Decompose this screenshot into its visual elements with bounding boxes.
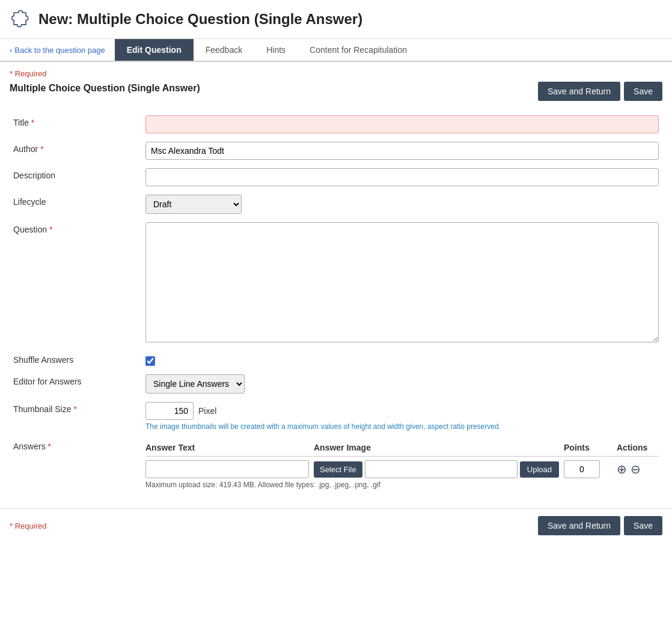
lifecycle-label: Lifecycle	[10, 192, 142, 216]
chevron-left-icon: ‹	[10, 46, 12, 55]
add-answer-button[interactable]: ⊕	[617, 463, 627, 475]
page-title: New: Multiple Choice Question (Single An…	[38, 11, 362, 28]
footer-required-note: * Required	[10, 521, 46, 530]
answer-image-group: Select File Upload	[314, 460, 559, 478]
footer-bar: * Required Save and Return Save	[0, 508, 672, 542]
question-row: Question *	[10, 220, 662, 347]
answer-points-input[interactable]	[564, 460, 600, 478]
col-points: Points	[564, 443, 612, 452]
description-row: Description	[10, 166, 662, 189]
form-table: Title * Author * Description	[10, 109, 662, 495]
description-input[interactable]	[145, 168, 659, 186]
save-and-return-button-top[interactable]: Save and Return	[538, 82, 620, 101]
tab-feedback[interactable]: Feedback	[194, 39, 254, 61]
tab-content-recapitulation[interactable]: Content for Recapitulation	[298, 39, 419, 61]
answers-section: Answer Text Answer Image Points Actions …	[145, 439, 659, 489]
save-button-top[interactable]: Save	[624, 82, 662, 101]
author-label: Author *	[10, 139, 142, 162]
upload-button[interactable]: Upload	[520, 461, 559, 478]
col-answer-text: Answer Text	[145, 443, 309, 452]
answers-row: Answers * Answer Text Answer Image Point…	[10, 437, 662, 491]
shuffle-answers-row: Shuffle Answers	[10, 350, 662, 368]
footer-btn-group: Save and Return Save	[538, 516, 662, 535]
shuffle-answers-checkbox[interactable]	[145, 356, 155, 366]
header-btn-group: Save and Return Save	[538, 82, 662, 101]
question-label: Question *	[10, 220, 142, 347]
shuffle-answers-label: Shuffle Answers	[10, 350, 142, 368]
form-content: * Required Multiple Choice Question (Sin…	[0, 62, 672, 502]
save-button-bottom[interactable]: Save	[624, 516, 662, 535]
title-input[interactable]	[145, 115, 659, 133]
answer-text-cell	[145, 460, 309, 478]
title-label: Title *	[10, 113, 142, 136]
form-header-row: Multiple Choice Question (Single Answer)…	[10, 82, 662, 101]
shuffle-answers-cell	[145, 353, 659, 366]
upload-hint: Maximum upload size: 419.43 MB. Allowed …	[145, 481, 659, 489]
remove-answer-button[interactable]: ⊖	[631, 463, 641, 475]
answer-text-input[interactable]	[145, 460, 309, 478]
answers-table-header: Answer Text Answer Image Points Actions	[145, 439, 659, 457]
form-section-title: Multiple Choice Question (Single Answer)	[10, 83, 200, 94]
puzzle-icon	[10, 8, 31, 30]
lifecycle-select[interactable]: Draft Published Outdated	[145, 195, 242, 214]
thumbnail-size-input[interactable]	[145, 402, 194, 420]
thumbnail-unit: Pixel	[198, 406, 216, 416]
description-label: Description	[10, 166, 142, 189]
col-actions: Actions	[617, 443, 659, 452]
editor-for-answers-select[interactable]: Single Line Answers Multi Line Answers R…	[145, 374, 245, 394]
editor-for-answers-label: Editor for Answers	[10, 372, 142, 396]
required-note-top: * Required	[10, 69, 662, 78]
thumbnail-size-row: Thumbnail Size * Pixel The image thumbna…	[10, 400, 662, 433]
col-answer-image: Answer Image	[314, 443, 559, 452]
title-row: Title *	[10, 113, 662, 136]
tab-hints[interactable]: Hints	[254, 39, 298, 61]
author-input[interactable]	[145, 142, 659, 160]
editor-for-answers-row: Editor for Answers Single Line Answers M…	[10, 372, 662, 396]
question-textarea[interactable]	[145, 222, 659, 342]
thumbnail-hint: The image thumbnails will be created wit…	[145, 422, 659, 431]
tab-edit-question[interactable]: Edit Question	[115, 39, 194, 61]
author-row: Author *	[10, 139, 662, 162]
select-file-button[interactable]: Select File	[314, 461, 362, 478]
answers-label: Answers *	[10, 437, 142, 491]
lifecycle-row: Lifecycle Draft Published Outdated	[10, 192, 662, 216]
page-header: New: Multiple Choice Question (Single An…	[0, 0, 672, 39]
back-link[interactable]: ‹ Back to the question page	[0, 40, 115, 61]
answer-points-cell	[564, 460, 612, 478]
answer-image-input[interactable]	[365, 460, 518, 478]
thumbnail-size-label: Thumbnail Size *	[10, 400, 142, 433]
save-and-return-button-bottom[interactable]: Save and Return	[538, 516, 620, 535]
answer-row-1: Select File Upload ⊕ ⊖	[145, 460, 659, 478]
nav-tabs: ‹ Back to the question page Edit Questio…	[0, 39, 672, 62]
thumbnail-row: Pixel	[145, 402, 659, 420]
answer-actions: ⊕ ⊖	[617, 463, 659, 475]
